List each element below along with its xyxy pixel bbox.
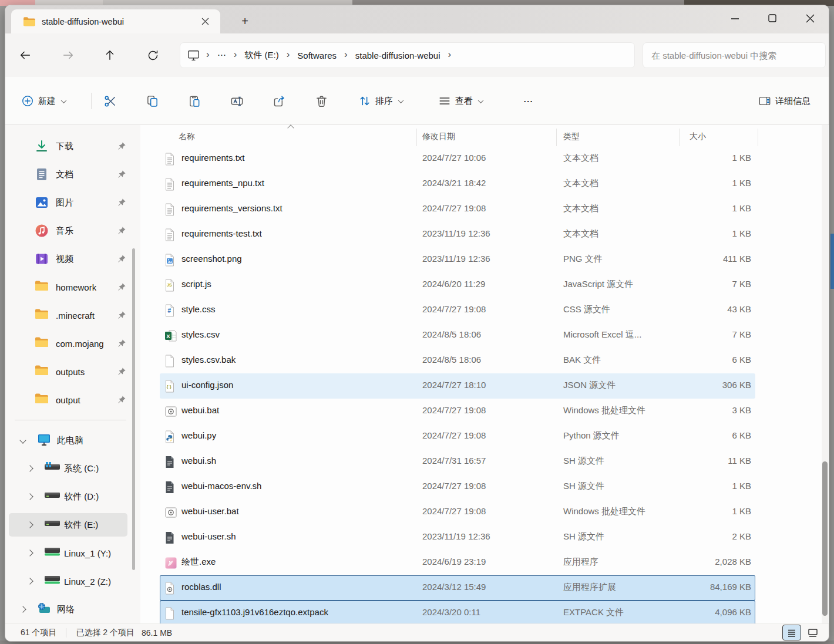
more-options-button[interactable]: ⋯ — [515, 89, 541, 113]
breadcrumb-segment[interactable]: 软件 (E:) — [242, 48, 281, 63]
file-size: 43 KB — [727, 304, 751, 314]
breadcrumb-chevron-icon[interactable]: › — [443, 49, 457, 62]
column-separator[interactable] — [416, 129, 417, 146]
sidebar-item-network[interactable]: 网络 — [5, 595, 136, 623]
column-header-date[interactable]: 修改日期 — [422, 132, 455, 142]
column-header-name[interactable]: 名称 — [179, 132, 195, 142]
exe-file-icon — [164, 557, 177, 569]
item-count: 61 个项目 — [21, 628, 56, 638]
table-row[interactable]: webui.sh 2024/7/31 16:57 SH 源文件 11 KB — [160, 449, 755, 474]
table-row[interactable]: screenshot.png 2023/11/19 12:36 PNG 文件 4… — [160, 247, 755, 272]
cut-button[interactable] — [97, 89, 123, 113]
explorer-tab[interactable]: stable-diffusion-webui — [11, 9, 220, 33]
breadcrumb-chevron-icon: › — [228, 49, 243, 62]
selection-size: 86.1 MB — [142, 628, 172, 638]
breadcrumb-segment[interactable]: Softwares — [295, 49, 339, 62]
sidebar-scrollbar[interactable] — [132, 248, 135, 570]
sidebar-quick-item[interactable]: com.mojang — [5, 329, 136, 358]
file-date-modified: 2024/7/27 10:06 — [422, 153, 486, 163]
maximize-button[interactable] — [754, 5, 791, 31]
table-row[interactable]: webui-user.bat 2024/7/27 19:08 Windows 批… — [160, 500, 755, 525]
sort-button[interactable]: 排序 — [353, 89, 408, 113]
table-row[interactable]: webui.bat 2024/7/27 19:08 Windows 批处理文件 … — [160, 399, 755, 424]
table-row[interactable]: requirements.txt 2024/7/27 10:06 文本文档 1 … — [160, 146, 755, 171]
table-row[interactable]: rocblas.dll 2024/3/12 15:49 应用程序扩展 84,16… — [160, 575, 755, 601]
sidebar-quick-item[interactable]: homework — [5, 273, 136, 301]
paste-button[interactable] — [181, 89, 207, 113]
sidebar-quick-item[interactable]: 音乐 — [5, 217, 136, 245]
table-row[interactable]: styles.csv.bak 2024/8/5 18:06 BAK 文件 6 K… — [160, 348, 755, 373]
rename-button[interactable] — [224, 89, 250, 113]
table-row[interactable]: webui-user.sh 2023/11/19 12:36 SH 源文件 2 … — [160, 525, 755, 550]
table-row[interactable]: requirements-test.txt 2023/11/19 12:36 文… — [160, 222, 755, 247]
sidebar-drive-item[interactable]: 软件 (E:) — [5, 511, 136, 539]
pictures-icon — [35, 195, 49, 210]
txt-file-icon — [164, 153, 177, 166]
sidebar-quick-item[interactable]: 图片 — [5, 188, 136, 217]
column-separator[interactable] — [556, 129, 557, 146]
delete-button[interactable] — [308, 89, 334, 113]
column-separator[interactable] — [679, 129, 680, 146]
sidebar-quick-item[interactable]: 文档 — [5, 160, 136, 188]
pin-icon — [117, 254, 126, 264]
sidebar-quick-item[interactable]: 视频 — [5, 245, 136, 273]
new-tab-button[interactable]: + — [236, 12, 254, 30]
file-name: webui-user.sh — [181, 531, 236, 541]
json-file-icon: { } — [164, 380, 177, 393]
file-date-modified: 2024/7/27 18:10 — [422, 380, 486, 390]
details-view-toggle[interactable] — [783, 625, 801, 640]
up-button[interactable] — [98, 43, 122, 67]
table-row[interactable]: JS script.js 2024/6/20 11:29 JavaScript … — [160, 272, 755, 298]
back-button[interactable] — [14, 43, 37, 67]
sidebar-drive-item[interactable]: 系统 (C:) — [5, 454, 136, 483]
this-pc-icon[interactable] — [186, 50, 201, 61]
sidebar-quick-item[interactable]: outputs — [5, 358, 136, 386]
documents-icon — [35, 167, 49, 181]
chevron-right-icon — [19, 606, 26, 612]
details-pane-button[interactable]: 详细信息 — [753, 89, 816, 113]
column-separator[interactable] — [758, 129, 758, 146]
column-header-type[interactable]: 类型 — [563, 132, 580, 142]
scrollbar-thumb[interactable] — [822, 461, 828, 616]
sidebar-quick-item[interactable]: 下载 — [5, 132, 136, 160]
table-row[interactable]: { } ui-config.json 2024/7/27 18:10 JSON … — [160, 373, 755, 399]
breadcrumb-segment[interactable]: ⋯ — [215, 48, 228, 62]
file-type: 应用程序扩展 — [563, 582, 616, 593]
sidebar-quick-item[interactable]: output — [5, 386, 136, 414]
table-row[interactable]: requirements_npu.txt 2024/3/21 18:42 文本文… — [160, 171, 755, 197]
table-row[interactable]: # style.css 2024/7/27 19:08 CSS 源文件 43 K… — [160, 298, 755, 323]
search-input[interactable] — [643, 50, 825, 60]
column-header-size[interactable]: 大小 — [690, 132, 706, 142]
table-row[interactable]: webui-macos-env.sh 2024/7/27 19:08 SH 源文… — [160, 474, 755, 500]
view-toggles — [783, 625, 822, 640]
thumbnail-view-toggle[interactable] — [804, 625, 822, 640]
share-button[interactable] — [266, 89, 292, 113]
sidebar-drive-item[interactable]: 软件 (D:) — [5, 483, 136, 511]
table-row[interactable]: 绘世.exe 2024/6/19 23:19 应用程序 2,028 KB — [160, 550, 755, 575]
chevron-right-icon — [26, 578, 33, 584]
sidebar-drive-item[interactable]: Linux_1 (Y:) — [5, 539, 136, 567]
sidebar-drive-item[interactable]: Linux_2 (Z:) — [5, 567, 136, 595]
table-row[interactable]: requirements_versions.txt 2024/7/27 19:0… — [160, 197, 755, 222]
new-button[interactable]: 新建 — [16, 89, 71, 113]
minimize-button[interactable] — [716, 5, 754, 31]
table-row[interactable]: X styles.csv 2024/8/5 18:06 Microsoft Ex… — [160, 323, 755, 348]
sidebar-item-label: 软件 (D:) — [64, 491, 99, 503]
copy-button[interactable] — [139, 89, 165, 113]
sidebar-quick-item[interactable]: .minecraft — [5, 301, 136, 329]
table-row[interactable]: webui.py 2024/7/27 19:08 Python 源文件 6 KB — [160, 424, 755, 449]
sidebar-item-this-pc[interactable]: 此电脑 — [5, 426, 136, 454]
tab-close-icon[interactable] — [197, 14, 213, 30]
forward-button[interactable] — [56, 43, 80, 67]
folder-icon — [35, 336, 49, 350]
refresh-button[interactable] — [141, 43, 164, 67]
download-icon — [35, 139, 49, 153]
breadcrumb-segment[interactable]: stable-diffusion-webui — [353, 49, 443, 62]
view-button[interactable]: 查看 — [433, 89, 488, 113]
table-row[interactable]: tensile-gfx1103.j91v616eztqo.extpack 202… — [160, 601, 755, 623]
background-window-fragment — [830, 234, 834, 289]
vertical-scrollbar[interactable] — [822, 125, 828, 623]
file-name: webui-macos-env.sh — [181, 481, 261, 491]
close-button[interactable] — [791, 5, 829, 31]
txt-file-icon — [164, 228, 177, 241]
